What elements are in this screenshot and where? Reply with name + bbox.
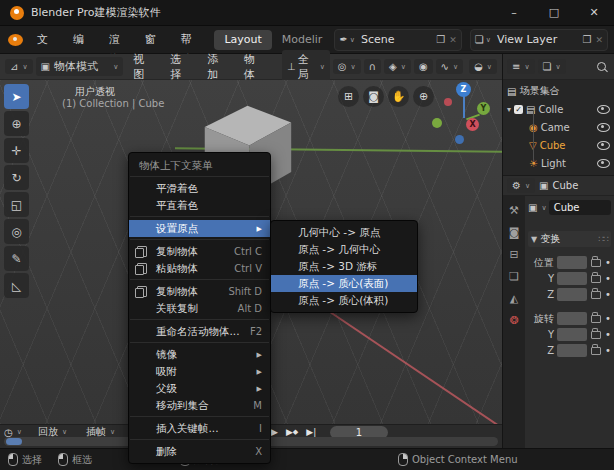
view-layer-tab-icon[interactable]: ❏ bbox=[509, 270, 519, 283]
gizmo-axis-x[interactable]: X bbox=[466, 118, 479, 131]
menu-add[interactable]: 添加 bbox=[200, 50, 234, 84]
lock-icon[interactable] bbox=[591, 259, 601, 267]
outliner-row-collection[interactable]: ▾ ✓ ▤ Colle bbox=[503, 100, 614, 118]
menu-file[interactable]: 文件 bbox=[29, 30, 65, 50]
select-box-tool[interactable]: ➤ bbox=[4, 84, 29, 109]
rotation-x-field[interactable] bbox=[557, 312, 587, 325]
menu-item-paste-objects[interactable]: 粘贴物体Ctrl V bbox=[129, 260, 270, 277]
transform-tool[interactable]: ◎ bbox=[4, 219, 29, 244]
transform-panel-header[interactable]: ▼ 变换 ∷∷ bbox=[528, 231, 611, 247]
menu-item-copy-objects[interactable]: 复制物体Ctrl C bbox=[129, 243, 270, 260]
close-button[interactable]: ✕ bbox=[574, 0, 614, 25]
menu-view[interactable]: 视图 bbox=[126, 50, 160, 84]
scene-dropdown-icon[interactable]: ✒ bbox=[339, 34, 347, 45]
mode-dropdown[interactable]: ▣ 物体模式 ∨ bbox=[36, 57, 124, 76]
minimize-button[interactable]: – bbox=[494, 0, 534, 25]
menu-item-insert-keyframe[interactable]: 插入关键帧...I bbox=[129, 420, 270, 437]
snap-toggle[interactable]: ∩ bbox=[364, 59, 381, 74]
lock-icon[interactable] bbox=[591, 275, 601, 283]
object-data-icon[interactable]: ▣ bbox=[528, 202, 537, 213]
menu-item-rename-active-object[interactable]: 重命名活动物体...F2 bbox=[129, 323, 270, 340]
disclosure-icon[interactable]: ▾ bbox=[507, 105, 511, 114]
panel-drag-icon[interactable]: ∷∷ bbox=[599, 234, 608, 244]
world-tab-icon[interactable]: ❂ bbox=[509, 314, 518, 327]
animate-dot-icon[interactable]: • bbox=[605, 273, 611, 284]
rotate-tool[interactable]: ↻ bbox=[4, 165, 29, 190]
submenu-item-origin-to-center-of-mass-surface[interactable]: 原点 -> 质心(表面) bbox=[271, 275, 417, 292]
rotation-z-field[interactable] bbox=[557, 344, 587, 357]
menu-item-parent[interactable]: 父级▶ bbox=[129, 380, 270, 397]
properties-editor-button[interactable]: ⚙ ∨ bbox=[507, 178, 535, 193]
submenu-item-origin-to-geometry[interactable]: 原点 -> 几何中心 bbox=[271, 241, 417, 258]
menu-item-set-origin[interactable]: 设置原点▶ bbox=[129, 220, 270, 237]
submenu-item-origin-to-center-of-mass-volume[interactable]: 原点 -> 质心(体积) bbox=[271, 292, 417, 309]
jump-to-end-button[interactable]: ▶| bbox=[303, 427, 319, 437]
gizmo-axis-z[interactable]: Z bbox=[456, 82, 471, 97]
menu-item-delete[interactable]: 删除X bbox=[129, 443, 270, 460]
remove-view-layer-icon[interactable]: ✕ bbox=[595, 35, 603, 45]
menu-window[interactable]: 窗口 bbox=[137, 30, 173, 50]
scene-name[interactable]: Scene bbox=[355, 33, 432, 46]
outliner-filter-button[interactable]: ❏ ∨ bbox=[538, 59, 566, 74]
menu-object[interactable]: 物体 bbox=[237, 50, 271, 84]
menu-edit[interactable]: 编辑 bbox=[65, 30, 101, 50]
location-z-field[interactable] bbox=[557, 288, 587, 301]
collection-checkbox[interactable]: ✓ bbox=[514, 105, 523, 114]
move-tool[interactable]: ✛ bbox=[4, 138, 29, 163]
visibility-eye-icon[interactable] bbox=[597, 141, 610, 150]
output-tab-icon[interactable]: ⊟ bbox=[509, 248, 518, 261]
workspace-tab-modeling[interactable]: Modelir bbox=[278, 30, 327, 50]
submenu-item-origin-to-3d-cursor[interactable]: 原点 -> 3D 游标 bbox=[271, 258, 417, 275]
scene-tab-icon[interactable]: ◭ bbox=[510, 292, 518, 305]
gizmo-axis-y[interactable]: Y bbox=[477, 102, 490, 115]
new-view-layer-icon[interactable]: ❐ bbox=[583, 34, 592, 45]
annotate-tool[interactable]: ✎ bbox=[4, 246, 29, 271]
gizmo-x-neg-dot[interactable] bbox=[444, 98, 452, 106]
animate-dot-icon[interactable]: • bbox=[605, 313, 611, 324]
outliner-row-scene-collection[interactable]: ▤ 场景集合 bbox=[503, 82, 614, 100]
pivot-point-dropdown[interactable]: ◎ ∨ bbox=[333, 59, 361, 74]
workspace-tab-layout[interactable]: Layout bbox=[214, 30, 271, 50]
new-scene-icon[interactable]: ❐ bbox=[436, 34, 445, 45]
lock-icon[interactable] bbox=[591, 347, 601, 355]
menu-item-shade-flat[interactable]: 平直着色 bbox=[129, 197, 270, 214]
timeline-playhead[interactable] bbox=[6, 438, 22, 445]
lock-icon[interactable] bbox=[591, 331, 601, 339]
tool-tab-icon[interactable]: ⚒ bbox=[509, 204, 519, 217]
menu-item-duplicate-linked[interactable]: 关联复制Alt D bbox=[129, 300, 270, 317]
pan-view-button[interactable]: ✋ bbox=[388, 86, 409, 107]
submenu-item-geometry-to-origin[interactable]: 几何中心 -> 原点 bbox=[271, 224, 417, 241]
menu-render[interactable]: 渲染 bbox=[101, 30, 137, 50]
scale-tool[interactable]: ◱ bbox=[4, 192, 29, 217]
render-tab-icon[interactable]: ◙ bbox=[509, 226, 520, 239]
view-layer-name[interactable]: View Layer bbox=[491, 33, 579, 46]
visibility-eye-icon[interactable] bbox=[597, 123, 610, 132]
zoom-view-button[interactable]: ⊕ bbox=[413, 86, 434, 107]
location-y-field[interactable] bbox=[557, 272, 587, 285]
animate-dot-icon[interactable]: • bbox=[605, 257, 611, 268]
menu-item-move-to-collection[interactable]: 移动到集合M bbox=[129, 397, 270, 414]
menu-item-duplicate-objects[interactable]: 复制物体Shift D bbox=[129, 283, 270, 300]
view-layer-selector[interactable]: ❏ ∨ View Layer ❐ ✕ bbox=[470, 29, 608, 51]
animate-dot-icon[interactable]: • bbox=[605, 329, 611, 340]
proportional-editing-toggle[interactable]: ◉ bbox=[414, 59, 433, 74]
lock-icon[interactable] bbox=[591, 291, 601, 299]
rotation-y-field[interactable] bbox=[557, 328, 587, 341]
camera-view-button[interactable]: ◙ bbox=[363, 86, 384, 107]
perspective-grid-button[interactable]: ⊞ bbox=[338, 86, 359, 107]
lock-icon[interactable] bbox=[591, 315, 601, 323]
object-name-field[interactable]: Cube bbox=[549, 200, 611, 215]
menu-help[interactable]: 帮助 bbox=[173, 30, 209, 50]
editor-type-button[interactable]: ⊿ ∨ bbox=[5, 59, 33, 74]
measure-tool[interactable]: ◺ bbox=[4, 273, 29, 298]
falloff-dropdown[interactable]: ∿ ∨ bbox=[436, 59, 464, 74]
outliner-row-light[interactable]: ☀ Light bbox=[503, 154, 614, 172]
next-keyframe-button[interactable]: ▶◆ bbox=[283, 427, 301, 437]
gizmo-z-neg-dot[interactable] bbox=[455, 135, 464, 144]
cursor-tool[interactable]: ⊕ bbox=[4, 111, 29, 136]
visibility-eye-icon[interactable] bbox=[597, 159, 610, 168]
animate-dot-icon[interactable]: • bbox=[605, 289, 611, 300]
snap-target-dropdown[interactable]: ◈ ∨ bbox=[384, 59, 411, 74]
search-icon[interactable] bbox=[597, 62, 606, 71]
menu-item-shade-smooth[interactable]: 平滑着色 bbox=[129, 180, 270, 197]
